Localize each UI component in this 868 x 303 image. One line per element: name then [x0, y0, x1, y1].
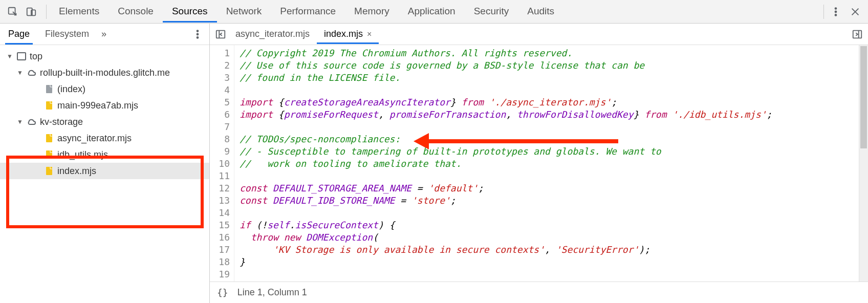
sidebar-tab-more[interactable]: »	[101, 29, 106, 39]
file-tab-label: async_iterator.mjs	[235, 29, 310, 39]
panel-tab-console[interactable]: Console	[108, 1, 163, 23]
svg-rect-12	[46, 134, 52, 142]
svg-point-4	[835, 11, 837, 12]
cloud-icon	[27, 117, 37, 127]
svg-point-6	[197, 30, 199, 32]
tree-label: (index)	[57, 84, 85, 95]
toolbar-divider	[46, 5, 47, 19]
sidebar-more-icon[interactable]	[189, 26, 206, 43]
frame-icon	[16, 51, 27, 61]
editor-area: async_iterator.mjsindex.mjs× 12345678910…	[210, 24, 868, 303]
sidebar-header: Page Filesystem »	[0, 24, 209, 45]
file-icon	[44, 149, 54, 160]
tree-label: kv-storage	[40, 117, 83, 127]
show-debugger-icon[interactable]	[850, 27, 865, 42]
svg-point-7	[197, 33, 199, 35]
file-icon	[44, 133, 54, 143]
file-icon	[44, 100, 54, 111]
chevron-down-icon: ▼	[16, 118, 24, 125]
line-gutter: 12345678910111213141516171819	[210, 45, 234, 282]
pretty-print-icon[interactable]: {}	[217, 287, 228, 298]
tree-row-file[interactable]: idb_utils.mjs	[0, 146, 209, 163]
file-icon	[44, 84, 54, 94]
tree-label: rollup-built-in-modules.glitch.me	[40, 68, 170, 78]
tree-label: index.mjs	[57, 166, 96, 177]
toolbar-left-icons	[4, 3, 43, 20]
panel-tab-performance[interactable]: Performance	[271, 1, 345, 23]
tree-row-domain[interactable]: ▼ rollup-built-in-modules.glitch.me	[0, 64, 209, 81]
panel-tab-sources[interactable]: Sources	[163, 1, 217, 23]
file-tab-label: index.mjs	[324, 29, 363, 39]
panel-tab-security[interactable]: Security	[465, 1, 518, 23]
svg-rect-14	[46, 167, 52, 175]
devtools-toolbar: ElementsConsoleSourcesNetworkPerformance…	[0, 0, 868, 24]
cursor-position: Line 1, Column 1	[237, 287, 307, 298]
panel-tab-network[interactable]: Network	[217, 1, 271, 23]
svg-rect-10	[46, 85, 52, 93]
tree-label: async_iterator.mjs	[57, 133, 132, 144]
tree-row-file[interactable]: index.mjs	[0, 163, 209, 179]
tree-label: top	[30, 51, 42, 62]
show-navigator-icon[interactable]	[213, 27, 228, 42]
tree-label: idb_utils.mjs	[57, 149, 108, 160]
sidebar-tab-filesystem[interactable]: Filesystem	[42, 24, 92, 45]
svg-point-8	[197, 36, 199, 38]
tree-row-top[interactable]: ▼ top	[0, 48, 209, 64]
panel-tab-application[interactable]: Application	[399, 1, 465, 23]
tree-row-kv-storage[interactable]: ▼ kv-storage	[0, 114, 209, 130]
panel-tab-memory[interactable]: Memory	[345, 1, 399, 23]
file-tree: ▼ top ▼ rollup-built-in-modules.glitch.m…	[0, 45, 209, 179]
file-tree-container: ▼ top ▼ rollup-built-in-modules.glitch.m…	[0, 45, 209, 303]
panel-tab-audits[interactable]: Audits	[518, 1, 563, 23]
close-icon[interactable]: ×	[367, 30, 372, 39]
sidebar-tab-page[interactable]: Page	[5, 24, 33, 45]
editor-tabbar: async_iterator.mjsindex.mjs×	[210, 24, 868, 45]
panel-tabs: ElementsConsoleSourcesNetworkPerformance…	[50, 1, 563, 23]
file-icon	[44, 166, 54, 176]
svg-rect-13	[46, 150, 52, 159]
chevron-down-icon: ▼	[6, 53, 13, 60]
svg-point-3	[835, 8, 837, 9]
sources-panel: Page Filesystem » ▼ top ▼	[0, 24, 868, 303]
cloud-icon	[27, 68, 37, 78]
close-devtools-icon[interactable]	[847, 3, 864, 20]
toolbar-divider-right	[823, 5, 824, 19]
tree-row-file[interactable]: main-999ea7ab.mjs	[0, 97, 209, 114]
code-editor[interactable]: 12345678910111213141516171819 // Copyrig…	[210, 45, 868, 282]
more-menu-icon[interactable]	[827, 3, 844, 20]
tree-row-file[interactable]: async_iterator.mjs	[0, 130, 209, 146]
tree-row-file[interactable]: (index)	[0, 81, 209, 97]
inspect-element-icon[interactable]	[4, 3, 21, 20]
code-content[interactable]: // Copyright 2019 The Chromium Authors. …	[234, 45, 868, 282]
scrollbar-thumb[interactable]	[860, 46, 867, 148]
panel-tab-elements[interactable]: Elements	[50, 1, 108, 23]
file-tab[interactable]: async_iterator.mjs	[228, 24, 317, 44]
scrollbar-vertical[interactable]	[859, 45, 868, 282]
tree-label: main-999ea7ab.mjs	[57, 100, 138, 111]
file-tab[interactable]: index.mjs×	[317, 24, 379, 44]
device-toggle-icon[interactable]	[23, 3, 40, 20]
svg-rect-9	[17, 53, 26, 60]
editor-statusbar: {} Line 1, Column 1	[210, 282, 868, 303]
navigator-sidebar: Page Filesystem » ▼ top ▼	[0, 24, 210, 303]
svg-point-5	[835, 14, 837, 15]
chevron-down-icon: ▼	[16, 69, 24, 76]
svg-rect-11	[46, 101, 52, 110]
